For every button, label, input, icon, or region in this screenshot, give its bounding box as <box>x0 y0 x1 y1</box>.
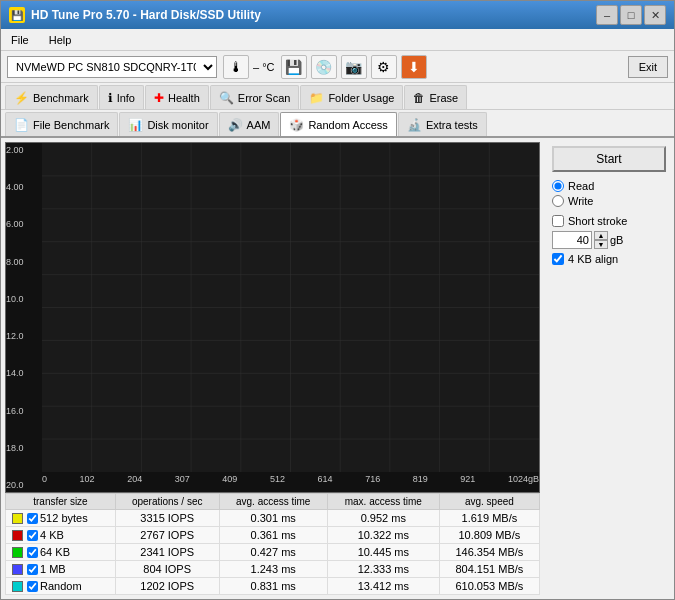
cell-ops-3: 804 IOPS <box>115 561 219 578</box>
cell-label-3: 1 MB <box>6 561 116 578</box>
drive-select[interactable]: NVMeWD PC SN810 SDCQNRY-1T00-10 <box>7 56 217 78</box>
folder-icon: 📁 <box>309 91 324 105</box>
tab-error-scan-label: Error Scan <box>238 92 291 104</box>
col-ops: operations / sec <box>115 494 219 510</box>
extra-tests-icon: 🔬 <box>407 118 422 132</box>
radio-group: Read Write <box>552 180 666 207</box>
tab-health[interactable]: ✚ Health <box>145 85 209 109</box>
cell-avg-speed-2: 146.354 MB/s <box>439 544 539 561</box>
disk-icon-1[interactable]: 💾 <box>281 55 307 79</box>
cell-max-access-1: 10.322 ms <box>327 527 439 544</box>
read-radio-label[interactable]: Read <box>552 180 666 192</box>
cell-max-access-4: 13.412 ms <box>327 578 439 595</box>
title-bar: 💾 HD Tune Pro 5.70 - Hard Disk/SSD Utili… <box>1 1 674 29</box>
x-label-9: 921 <box>460 474 475 490</box>
tab-benchmark[interactable]: ⚡ Benchmark <box>5 85 98 109</box>
tab-health-label: Health <box>168 92 200 104</box>
tab-file-benchmark-label: File Benchmark <box>33 119 109 131</box>
minimize-button[interactable]: – <box>596 5 618 25</box>
maximize-button[interactable]: □ <box>620 5 642 25</box>
y-label-0: 20.0 <box>6 480 40 490</box>
action-icons: 💾 💿 📷 ⚙ ⬇ <box>281 55 427 79</box>
disk-icon-2[interactable]: 💿 <box>311 55 337 79</box>
tab-aam[interactable]: 🔊 AAM <box>219 112 280 136</box>
start-button[interactable]: Start <box>552 146 666 172</box>
table-row: 1 MB 804 IOPS 1.243 ms 12.333 ms 804.151… <box>6 561 540 578</box>
app-icon: 💾 <box>9 7 25 23</box>
cell-avg-access-3: 1.243 ms <box>219 561 327 578</box>
title-bar-left: 💾 HD Tune Pro 5.70 - Hard Disk/SSD Utili… <box>9 7 261 23</box>
row-checkbox-2[interactable] <box>27 547 38 558</box>
exit-button[interactable]: Exit <box>628 56 668 78</box>
cell-label-2: 64 KB <box>6 544 116 561</box>
x-label-10: 1024gB <box>508 474 539 490</box>
align-label[interactable]: 4 KB align <box>552 253 666 265</box>
download-icon[interactable]: ⬇ <box>401 55 427 79</box>
col-avg-speed: avg. speed <box>439 494 539 510</box>
x-label-7: 716 <box>365 474 380 490</box>
cell-label-4: Random <box>6 578 116 595</box>
health-icon: ✚ <box>154 91 164 105</box>
erase-icon: 🗑 <box>413 91 425 105</box>
row-label-1: 4 KB <box>40 529 64 541</box>
x-label-4: 409 <box>222 474 237 490</box>
tab-file-benchmark[interactable]: 📄 File Benchmark <box>5 112 118 136</box>
scatter-canvas <box>42 143 539 472</box>
read-radio[interactable] <box>552 180 564 192</box>
random-access-icon: 🎲 <box>289 118 304 132</box>
menu-help[interactable]: Help <box>45 33 76 47</box>
tab-error-scan[interactable]: 🔍 Error Scan <box>210 85 300 109</box>
row-checkbox-3[interactable] <box>27 564 38 575</box>
col-transfer-size: transfer size <box>6 494 116 510</box>
row-label-4: Random <box>40 580 82 592</box>
write-radio[interactable] <box>552 195 564 207</box>
x-label-3: 307 <box>175 474 190 490</box>
chart-plot <box>42 143 539 472</box>
chart-area: ms 20.0 18.0 16.0 14.0 12.0 10.0 8.00 6.… <box>1 138 544 599</box>
aam-icon: 🔊 <box>228 118 243 132</box>
chart-x-axis: 0 102 204 307 409 512 614 716 819 921 10… <box>42 472 539 492</box>
row-label-2: 64 KB <box>40 546 70 558</box>
spin-buttons: ▲ ▼ <box>594 231 608 249</box>
side-panel: Start Read Write Short stroke 40 <box>544 138 674 599</box>
y-label-7: 6.00 <box>6 219 40 229</box>
align-checkbox[interactable] <box>552 253 564 265</box>
camera-icon[interactable]: 📷 <box>341 55 367 79</box>
error-scan-icon: 🔍 <box>219 91 234 105</box>
short-stroke-checkbox[interactable] <box>552 215 564 227</box>
short-stroke-input[interactable]: 40 <box>552 231 592 249</box>
thermometer-icon[interactable]: 🌡 <box>223 55 249 79</box>
x-label-0: 0 <box>42 474 47 490</box>
disk-monitor-icon: 📊 <box>128 118 143 132</box>
chart-container: ms 20.0 18.0 16.0 14.0 12.0 10.0 8.00 6.… <box>5 142 540 493</box>
short-stroke-text: Short stroke <box>568 215 627 227</box>
row-checkbox-0[interactable] <box>27 513 38 524</box>
spin-up[interactable]: ▲ <box>594 231 608 240</box>
tab-info[interactable]: ℹ Info <box>99 85 144 109</box>
table-row: 512 bytes 3315 IOPS 0.301 ms 0.952 ms 1.… <box>6 510 540 527</box>
col-avg-access: avg. access time <box>219 494 327 510</box>
main-window: 💾 HD Tune Pro 5.70 - Hard Disk/SSD Utili… <box>0 0 675 600</box>
row-label-0: 512 bytes <box>40 512 88 524</box>
y-label-9: 2.00 <box>6 145 40 155</box>
row-checkbox-1[interactable] <box>27 530 38 541</box>
cell-avg-speed-1: 10.809 MB/s <box>439 527 539 544</box>
menu-file[interactable]: File <box>7 33 33 47</box>
tab-erase[interactable]: 🗑 Erase <box>404 85 467 109</box>
x-label-6: 614 <box>318 474 333 490</box>
y-label-5: 10.0 <box>6 294 40 304</box>
tab-random-access[interactable]: 🎲 Random Access <box>280 112 396 136</box>
close-button[interactable]: ✕ <box>644 5 666 25</box>
write-radio-label[interactable]: Write <box>552 195 666 207</box>
short-stroke-label[interactable]: Short stroke <box>552 215 666 227</box>
settings-icon[interactable]: ⚙ <box>371 55 397 79</box>
tab-extra-tests[interactable]: 🔬 Extra tests <box>398 112 487 136</box>
tab-folder-usage[interactable]: 📁 Folder Usage <box>300 85 403 109</box>
row-checkbox-4[interactable] <box>27 581 38 592</box>
tab-disk-monitor[interactable]: 📊 Disk monitor <box>119 112 217 136</box>
spin-down[interactable]: ▼ <box>594 240 608 249</box>
cell-avg-access-0: 0.301 ms <box>219 510 327 527</box>
x-label-1: 102 <box>80 474 95 490</box>
file-benchmark-icon: 📄 <box>14 118 29 132</box>
tab-extra-tests-label: Extra tests <box>426 119 478 131</box>
